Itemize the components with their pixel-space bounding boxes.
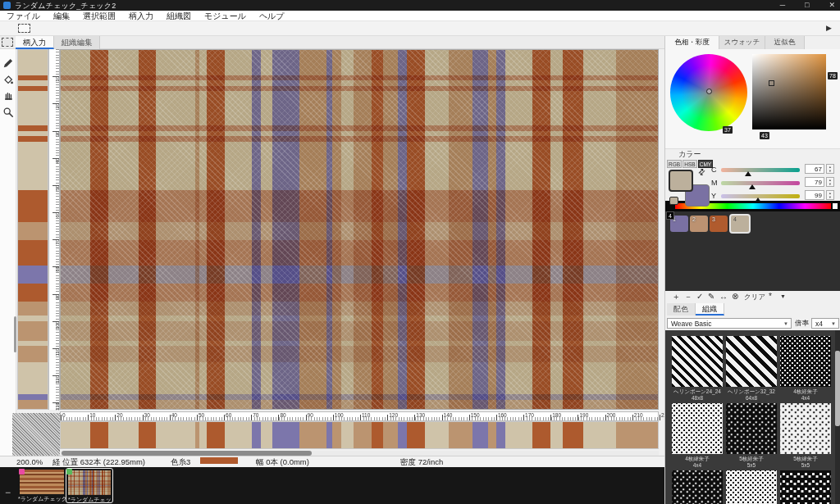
swap-palette-button[interactable]: ↔ [719, 291, 728, 302]
weave-tile-herringbone24[interactable] [672, 336, 723, 387]
slider-m-thumb[interactable] [749, 184, 756, 189]
hue-bar-white-chip [833, 203, 838, 209]
saturation-brightness-square[interactable] [752, 54, 826, 129]
weave-tile-partial-1[interactable] [672, 470, 723, 504]
palette-chip-2[interactable]: 2 [690, 216, 708, 232]
zoom-icon[interactable] [2, 107, 14, 118]
slider-y-value[interactable]: 99 [805, 190, 824, 200]
tab-hue-saturation[interactable]: 色相・彩度 [665, 36, 719, 49]
palette-chip-3[interactable]: 3 [710, 216, 728, 232]
slider-c-label: C [711, 166, 717, 174]
slider-m-value[interactable]: 79 [805, 177, 824, 187]
menu-bar: ファイル 編集 選択範囲 柄入力 組織図 モジュール ヘルプ [0, 11, 840, 21]
hue-wheel-marker[interactable] [706, 89, 712, 94]
pen-icon[interactable] [2, 57, 14, 69]
fill-bucket-icon[interactable] [2, 74, 14, 85]
selection-rect-icon[interactable] [2, 38, 13, 47]
scale-select[interactable]: x4▼ [811, 318, 839, 329]
menu-file[interactable]: ファイル [0, 11, 47, 21]
app-window: ランダムチェック_チェック2 ─ □ ✕ ファイル 編集 選択範囲 柄入力 組織… [0, 0, 840, 504]
selection-tool-icon[interactable] [18, 24, 30, 33]
mode-rgb-button[interactable]: RGB [667, 160, 682, 168]
tab-weave[interactable]: 組織 [696, 303, 724, 316]
hand-icon[interactable] [2, 90, 14, 102]
slider-row-c: C 67 ▴▾ [711, 164, 839, 177]
slider-c-track[interactable] [721, 168, 800, 172]
slider-c-value[interactable]: 67 [805, 164, 824, 174]
add-color-button[interactable]: ＋ [672, 291, 680, 302]
brightness-value-badge: 78 [828, 72, 838, 79]
herringbone-texture-layer [61, 50, 658, 409]
weave-scrollbar[interactable] [835, 330, 840, 504]
menu-help[interactable]: ヘルプ [253, 11, 291, 21]
app-icon [3, 2, 11, 9]
remove-color-button[interactable]: － [684, 291, 692, 302]
menu-pattern-input[interactable]: 柄入力 [122, 11, 160, 21]
vertical-scrollbar-thumb[interactable] [14, 316, 16, 352]
tab-color-scheme[interactable]: 配色 [667, 303, 696, 316]
slider-c-thumb[interactable] [745, 171, 751, 176]
document-filmstrip: − *ランダムチェック *ランダムチェッ [0, 467, 664, 504]
collapse-filmstrip-button[interactable]: − [5, 487, 11, 498]
weft-color-strip[interactable] [17, 49, 48, 410]
document-thumbnail-2-label: *ランダムチェッ [68, 496, 112, 504]
menu-module[interactable]: モジュール [198, 11, 253, 21]
weave-library-grid: ヘリンボーン24_24 48x8 ヘリンボーン32_32 64x8 4枚経朱子 … [665, 330, 840, 504]
star-button[interactable]: * [769, 291, 772, 302]
tool-column [0, 49, 16, 456]
weave-size: 4x4 [672, 462, 723, 468]
weave-tile-satin-warp5[interactable] [726, 403, 777, 454]
weave-size: 64x8 [726, 395, 777, 401]
menu-edit[interactable]: 編集 [47, 11, 76, 21]
weave-tile-satin-warp4[interactable] [780, 336, 831, 387]
tab-similar-colors[interactable]: 近似色 [765, 36, 805, 49]
menu-selection[interactable]: 選択範囲 [76, 11, 122, 21]
foreground-swatch[interactable] [669, 170, 693, 192]
weave-tile-partial-3[interactable] [780, 470, 831, 504]
zoom-level: 200.0% [16, 457, 43, 466]
tab-swatches[interactable]: スウォッチ [719, 36, 765, 49]
tab-weave-edit[interactable]: 組織編集 [54, 36, 100, 49]
slider-m-spinner[interactable]: ▴▾ [826, 177, 834, 187]
apply-color-button[interactable]: ✓ [696, 291, 703, 302]
hue-wheel[interactable] [670, 54, 747, 131]
weave-size: 5x5 [780, 462, 831, 468]
edit-color-button[interactable]: ✎ [708, 291, 714, 302]
weave-library-select[interactable]: Weave Basic▼ [667, 318, 792, 329]
mini-color-swatch[interactable] [669, 197, 678, 205]
toolbar: ▶ [0, 21, 840, 36]
slider-y-spinner[interactable]: ▴▾ [826, 190, 834, 200]
slider-m-track[interactable] [721, 181, 800, 185]
weave-tile-partial-2[interactable] [726, 470, 777, 504]
warp-color-strip[interactable] [60, 421, 659, 449]
slider-c-spinner[interactable]: ▴▾ [826, 164, 834, 174]
document-thumbnail-1-label: *ランダムチェック [18, 495, 67, 503]
close-button[interactable]: ✕ [829, 0, 835, 11]
document-thumbnail-1[interactable] [20, 470, 64, 494]
weave-tile-satin-weft5[interactable] [780, 403, 831, 454]
selected-color-index-badge: 4 [666, 211, 674, 220]
weave-size: 4x4 [780, 395, 831, 401]
color-section-label: カラー [678, 149, 701, 160]
menu-weave-diagram[interactable]: 組織図 [160, 11, 198, 21]
pattern-canvas[interactable] [60, 49, 659, 410]
weave-tile-satin-weft4[interactable] [672, 403, 723, 454]
minimize-button[interactable]: ─ [780, 0, 785, 11]
mode-hsb-button[interactable]: HSB [682, 160, 697, 168]
maximize-button[interactable]: □ [805, 0, 809, 11]
tab-pattern-input[interactable]: 柄入力 [16, 36, 54, 49]
slider-y-label: Y [711, 192, 716, 200]
weave-scrollbar-thumb[interactable] [835, 351, 840, 426]
palette-chip-4-selected[interactable]: 4 [729, 214, 751, 234]
weave-size: 48x8 [672, 395, 723, 401]
disable-color-button[interactable]: ⊗ [732, 291, 738, 302]
sb-square-marker[interactable] [769, 80, 774, 86]
panel-expand-arrow-icon[interactable]: ▶ [826, 24, 832, 32]
clear-button[interactable]: クリア [744, 291, 765, 302]
status-bar: 200.0% 経 位置 632本 (222.95mm) 色糸3 幅 0本 (0.… [0, 456, 664, 467]
palette-menu-arrow-icon[interactable]: ▼ [780, 291, 786, 302]
color-palette-area[interactable]: 1 2 3 4 [665, 211, 840, 291]
weave-structure-preview[interactable] [12, 413, 60, 456]
weave-tile-herringbone32[interactable] [726, 336, 777, 387]
document-thumbnail-2-selected[interactable]: *ランダムチェッ [66, 468, 113, 503]
